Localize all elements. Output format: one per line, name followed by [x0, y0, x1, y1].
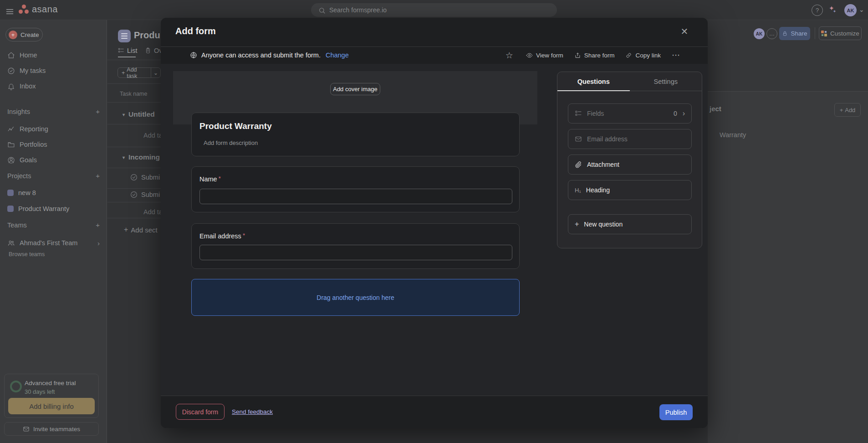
- create-button[interactable]: + Create: [5, 28, 43, 41]
- user-avatar[interactable]: AK: [844, 4, 857, 16]
- fields-chevron-right-icon[interactable]: ›: [683, 109, 685, 118]
- add-project-icon[interactable]: +: [96, 172, 100, 180]
- discard-form-button[interactable]: Discard form: [176, 404, 225, 420]
- more-collaborators-button[interactable]: …: [766, 28, 777, 39]
- required-asterisk: *: [243, 232, 245, 239]
- send-feedback-link[interactable]: Send feedback: [232, 408, 273, 415]
- collaborator-avatar[interactable]: AK: [754, 28, 765, 39]
- details-pane-background: AK … Share Customize ject + Add Warranty: [708, 20, 868, 443]
- details-pane-body: [708, 91, 868, 443]
- search-placeholder: Search formspree.io: [329, 6, 387, 14]
- add-billing-info-button[interactable]: Add billing info: [8, 398, 95, 414]
- tab-overview[interactable]: Ov: [145, 47, 161, 54]
- section-untitled[interactable]: ▾ Untitled: [123, 110, 155, 118]
- name-input[interactable]: [199, 189, 512, 204]
- question-card-email[interactable]: Email address*: [191, 223, 520, 269]
- favorite-star-icon[interactable]: ☆: [505, 50, 513, 61]
- share-label: Share: [791, 30, 807, 37]
- browse-teams-link[interactable]: Browse teams: [9, 251, 45, 258]
- help-button[interactable]: ?: [812, 5, 823, 16]
- sidebar-section-teams[interactable]: Teams +: [0, 221, 107, 229]
- tab-list[interactable]: List: [118, 47, 138, 54]
- sidebar-toggle-icon[interactable]: [5, 7, 15, 16]
- add-task-row[interactable]: Add ta: [143, 208, 161, 216]
- sidebar-item-goals[interactable]: Goals: [0, 153, 107, 167]
- question-card-name[interactable]: Name*: [191, 166, 520, 212]
- view-form-button[interactable]: View form: [526, 52, 563, 59]
- panel-item-heading[interactable]: H₁ Heading: [568, 180, 692, 200]
- fields-icon: [575, 110, 582, 117]
- add-team-icon[interactable]: +: [96, 221, 100, 229]
- task-row[interactable]: Submi: [130, 173, 160, 181]
- sidebar-item-product-warranty[interactable]: Product Warranty: [0, 202, 107, 216]
- trial-title: Advanced free trial: [25, 380, 76, 386]
- sidebar-item-home[interactable]: Home: [0, 48, 107, 62]
- invite-teammates-button[interactable]: Invite teammates: [4, 422, 99, 436]
- column-header-task-name[interactable]: Task name: [120, 91, 147, 97]
- drag-question-dropzone[interactable]: Drag another question here: [191, 279, 520, 316]
- share-form-button[interactable]: Share form: [574, 52, 615, 59]
- customize-button[interactable]: Customize: [819, 26, 862, 40]
- sidebar-item-label: Home: [20, 52, 37, 59]
- task-check-icon[interactable]: [130, 191, 138, 199]
- search-input[interactable]: Search formspree.io: [311, 3, 557, 17]
- collapse-icon[interactable]: ▾: [123, 112, 125, 117]
- copy-link-button[interactable]: Copy link: [625, 52, 661, 59]
- tab-questions[interactable]: Questions: [557, 72, 630, 91]
- add-task-row[interactable]: Add ta: [143, 132, 161, 139]
- sidebar-item-label: Product Warranty: [18, 205, 69, 212]
- sidebar: + Create Home My tasks Inbox Insights + …: [0, 20, 107, 443]
- ai-sparkles-icon[interactable]: ✦✦: [829, 5, 837, 12]
- add-task-button[interactable]: + Add task ⌄: [117, 67, 161, 78]
- sidebar-section-projects[interactable]: Projects +: [0, 172, 107, 180]
- sidebar-item-new-8[interactable]: new 8: [0, 186, 107, 200]
- panel-item-email-address[interactable]: Email address: [568, 129, 692, 149]
- email-input[interactable]: [199, 245, 512, 260]
- add-form-modal: Add form ✕ Anyone can access and submit …: [161, 18, 708, 428]
- new-question-button[interactable]: + New question: [568, 214, 692, 234]
- sidebar-section-insights[interactable]: Insights +: [0, 108, 107, 115]
- form-header-card[interactable]: Product Warranty Add form description: [191, 113, 520, 156]
- sidebar-item-portfolios[interactable]: Portfolios: [0, 138, 107, 151]
- form-title[interactable]: Product Warranty: [199, 121, 272, 131]
- more-options-icon[interactable]: ⋯: [672, 50, 680, 60]
- add-section-button[interactable]: + Add sect: [124, 226, 158, 234]
- asana-logo[interactable]: asana: [18, 4, 58, 15]
- sidebar-item-ahmads-first-team[interactable]: Ahmad's First Team ›: [0, 236, 107, 250]
- ellipsis-icon: …: [769, 31, 775, 37]
- section-label: Projects: [7, 172, 31, 180]
- envelope-icon: [23, 426, 30, 433]
- eye-icon: [526, 52, 533, 59]
- sidebar-item-inbox[interactable]: Inbox: [0, 79, 107, 93]
- team-chevron-right-icon[interactable]: ›: [97, 239, 100, 247]
- share-button[interactable]: Share: [779, 27, 810, 40]
- panel-item-fields[interactable]: Fields 0 ›: [568, 103, 692, 124]
- collapse-icon[interactable]: ▾: [123, 155, 125, 160]
- section-incoming[interactable]: ▾ Incoming: [123, 153, 160, 161]
- task-check-icon[interactable]: [130, 173, 138, 181]
- pane-add-button[interactable]: + Add: [834, 103, 861, 117]
- close-icon[interactable]: ✕: [678, 25, 691, 38]
- project-color-swatch: [7, 190, 14, 196]
- modal-title: Add form: [175, 26, 216, 36]
- sidebar-item-reporting[interactable]: Reporting: [0, 122, 107, 136]
- change-access-link[interactable]: Change: [326, 52, 349, 59]
- tab-settings[interactable]: Settings: [630, 72, 702, 91]
- globe-icon: [190, 52, 197, 59]
- add-task-chevron-icon[interactable]: ⌄: [151, 70, 160, 76]
- task-row[interactable]: Submi: [130, 191, 160, 199]
- add-cover-image-button[interactable]: Add cover image: [330, 83, 380, 95]
- add-insights-icon[interactable]: +: [96, 108, 100, 115]
- check-circle-icon: [7, 67, 15, 75]
- publish-button[interactable]: Publish: [659, 404, 693, 420]
- sidebar-item-my-tasks[interactable]: My tasks: [0, 64, 107, 77]
- avatar-chevron-down-icon[interactable]: ⌄: [859, 6, 864, 13]
- form-description-placeholder[interactable]: Add form description: [204, 139, 258, 146]
- asana-logo-icon: [18, 4, 29, 15]
- required-asterisk: *: [219, 175, 221, 182]
- panel-item-attachment[interactable]: Attachment: [568, 155, 692, 175]
- topbar: asana Search formspree.io ? ✦✦ AK ⌄: [0, 0, 868, 20]
- home-icon: [7, 52, 15, 59]
- active-tab-underline: [118, 57, 136, 57]
- trial-days-left: 30 days left: [25, 388, 55, 395]
